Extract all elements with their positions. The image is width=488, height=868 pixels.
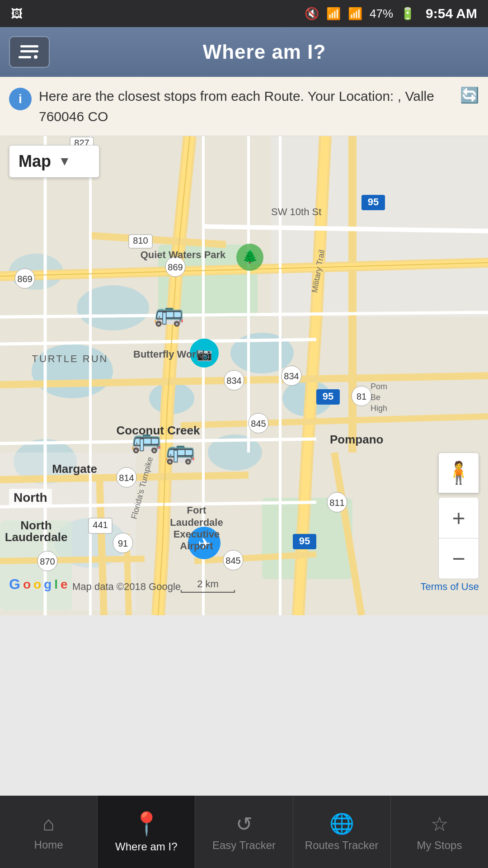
history-icon: ↺ <box>236 812 253 835</box>
svg-line-24 <box>99 475 104 615</box>
battery-label: 47% <box>370 7 393 21</box>
svg-text:Executive: Executive <box>174 528 220 540</box>
svg-text:869: 869 <box>168 262 183 272</box>
svg-text:Margate: Margate <box>52 462 97 476</box>
person-icon: 🧍 <box>445 460 472 486</box>
svg-text:845: 845 <box>251 419 266 429</box>
google-l: l <box>54 577 58 592</box>
header: Where am I? <box>0 27 488 77</box>
north-label: North <box>9 489 52 507</box>
zoom-out-label: − <box>452 546 465 572</box>
nav-label-where-am-i: Where am I? <box>115 840 177 853</box>
svg-text:810: 810 <box>133 236 148 245</box>
svg-text:Lauderdale: Lauderdale <box>170 517 223 528</box>
svg-text:Pom: Pom <box>371 382 387 391</box>
scale-label: 2 km <box>197 578 219 590</box>
svg-text:High: High <box>371 404 387 413</box>
mute-icon: 🔇 <box>305 7 319 21</box>
map-container[interactable]: 🌲 📷 ✈ 827 810 869 869 95 834 834 845 <box>0 136 488 615</box>
scale-line <box>181 590 235 593</box>
home-icon: ⌂ <box>42 812 55 835</box>
svg-text:870: 870 <box>40 557 55 566</box>
nav-item-routes-tracker[interactable]: 🌐 Routes Tracker <box>293 796 391 868</box>
svg-text:TURTLE RUN: TURTLE RUN <box>32 353 108 364</box>
map-type-dropdown[interactable]: Map ▼ <box>9 145 99 178</box>
google-o1: o <box>23 577 31 592</box>
google-o2: o <box>33 577 41 592</box>
signal-icon: 📶 <box>348 7 362 21</box>
notification-icon: 🖼 <box>11 7 23 21</box>
terms-link[interactable]: Terms of Use <box>420 581 479 593</box>
north-indicator: North <box>9 489 52 507</box>
menu-line-3 <box>19 56 31 58</box>
svg-text:81: 81 <box>357 392 366 401</box>
google-logo: G o o g l e <box>9 576 68 593</box>
street-view-button[interactable]: 🧍 <box>438 453 479 493</box>
scale-bar: 2 km <box>181 578 235 593</box>
status-time: 9:54 AM <box>426 6 477 21</box>
zoom-out-button[interactable]: − <box>438 538 479 579</box>
map-controls: 🧍 + − <box>438 453 479 579</box>
nav-item-home[interactable]: ⌂ Home <box>0 796 98 868</box>
refresh-button[interactable]: 🔄 <box>460 86 479 104</box>
svg-text:834: 834 <box>284 371 299 381</box>
dropdown-arrow-icon: ▼ <box>58 154 71 169</box>
info-text: Here are the closest stops from each Rou… <box>39 86 453 127</box>
svg-text:Pompano: Pompano <box>330 433 383 446</box>
menu-line-1 <box>20 45 38 47</box>
nav-item-easy-tracker[interactable]: ↺ Easy Tracker <box>195 796 293 868</box>
svg-text:95: 95 <box>323 391 333 402</box>
nav-item-my-stops[interactable]: ☆ My Stops <box>391 796 488 868</box>
zoom-in-label: + <box>452 505 465 531</box>
page-title: Where am I? <box>50 41 479 63</box>
nav-label-easy-tracker: Easy Tracker <box>212 839 276 852</box>
menu-line-2 <box>20 50 38 52</box>
google-g2: g <box>44 577 52 592</box>
nav-label-my-stops: My Stops <box>417 839 462 852</box>
bottom-nav: ⌂ Home 📍 Where am I? ↺ Easy Tracker 🌐 Ro… <box>0 796 488 868</box>
svg-text:Quiet Waters Park: Quiet Waters Park <box>141 249 226 260</box>
bus-marker-blue[interactable]: 🚌 <box>154 299 184 327</box>
svg-text:814: 814 <box>119 473 134 483</box>
google-e: e <box>61 577 68 592</box>
bus-marker-gray[interactable]: 🚌 <box>165 437 195 465</box>
menu-dot <box>34 55 38 59</box>
nav-item-where-am-i[interactable]: 📍 Where am I? <box>98 796 195 868</box>
svg-text:Lauderdale: Lauderdale <box>5 530 68 544</box>
battery-icon: 🔋 <box>400 7 415 21</box>
google-g: G <box>9 576 20 593</box>
svg-text:🌲: 🌲 <box>242 249 258 264</box>
svg-text:845: 845 <box>225 556 240 566</box>
svg-text:Butterfly World: Butterfly World <box>133 349 205 360</box>
globe-icon: 🌐 <box>329 812 354 835</box>
info-bar: i Here are the closest stops from each R… <box>0 77 488 136</box>
svg-text:441: 441 <box>93 520 108 530</box>
svg-text:95: 95 <box>368 196 379 208</box>
svg-text:SW 10th St: SW 10th St <box>271 206 321 217</box>
svg-text:869: 869 <box>17 274 32 284</box>
svg-text:Airport: Airport <box>180 540 213 552</box>
map-attribution: Map data ©2018 Google <box>72 581 181 593</box>
svg-text:95: 95 <box>299 535 310 547</box>
nav-label-routes-tracker: Routes Tracker <box>305 839 379 852</box>
menu-button[interactable] <box>9 36 50 68</box>
bus-marker-red[interactable]: 🚌 <box>131 425 161 454</box>
map-type-label: Map <box>19 152 51 171</box>
svg-text:811: 811 <box>329 498 344 508</box>
svg-point-5 <box>77 285 149 330</box>
map-svg: 🌲 📷 ✈ 827 810 869 869 95 834 834 845 <box>0 136 488 615</box>
info-icon: i <box>9 88 32 110</box>
svg-line-26 <box>0 559 145 561</box>
svg-text:Be: Be <box>371 393 380 402</box>
svg-text:91: 91 <box>118 538 128 548</box>
location-pin-icon: 📍 <box>132 811 160 837</box>
svg-text:834: 834 <box>226 376 241 386</box>
status-bar: 🖼 🔇 📶 📶 47% 🔋 9:54 AM <box>0 0 488 27</box>
nav-label-home: Home <box>34 839 63 851</box>
star-icon: ☆ <box>431 812 448 835</box>
zoom-in-button[interactable]: + <box>438 498 479 538</box>
svg-text:Fort: Fort <box>187 505 206 516</box>
wifi-icon: 📶 <box>326 7 341 21</box>
